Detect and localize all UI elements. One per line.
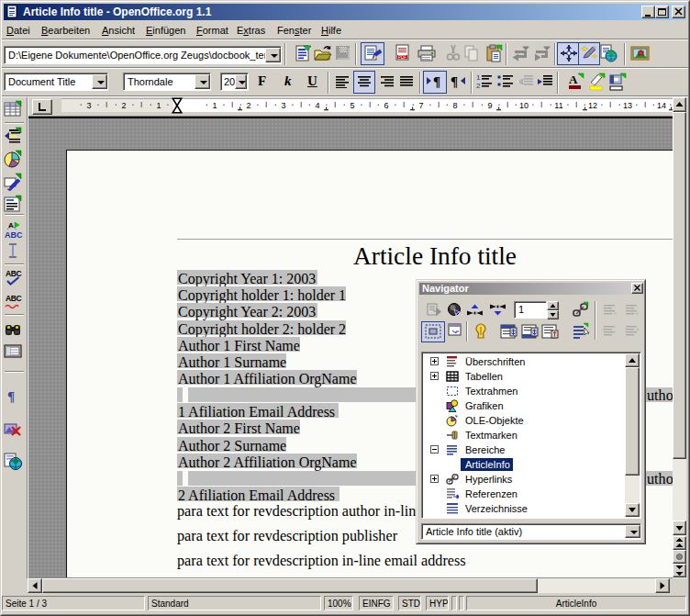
svg-text:¶: ¶ [433,74,440,89]
svg-text:A: A [569,73,578,86]
svg-text:¶: ¶ [451,74,458,89]
svg-text:8: 8 [452,101,457,110]
svg-text:3: 3 [281,101,285,110]
svg-text:ABC: ABC [6,294,21,303]
svg-text:PDF: PDF [398,55,406,60]
svg-text:2: 2 [476,82,481,89]
svg-text:1: 1 [476,73,481,82]
svg-text:10: 10 [519,101,529,110]
svg-text:14: 14 [657,101,666,110]
svg-text:9: 9 [487,101,492,110]
svg-text:11: 11 [554,101,562,110]
svg-text:7: 7 [418,101,423,110]
svg-text:1: 1 [212,101,217,110]
svg-text:12: 12 [588,101,597,110]
svg-text:6: 6 [384,101,388,110]
svg-text:13: 13 [623,101,632,110]
svg-text:4: 4 [315,101,319,110]
svg-text:5: 5 [350,101,354,110]
svg-text:2: 2 [121,101,126,110]
svg-text:¶: ¶ [7,389,15,404]
svg-text:3: 3 [86,101,91,110]
svg-text:2: 2 [246,101,250,110]
svg-text:1: 1 [156,101,161,110]
svg-text:ABC: ABC [5,230,23,240]
svg-text:ABC: ABC [6,269,21,278]
svg-text:A: A [8,221,14,230]
